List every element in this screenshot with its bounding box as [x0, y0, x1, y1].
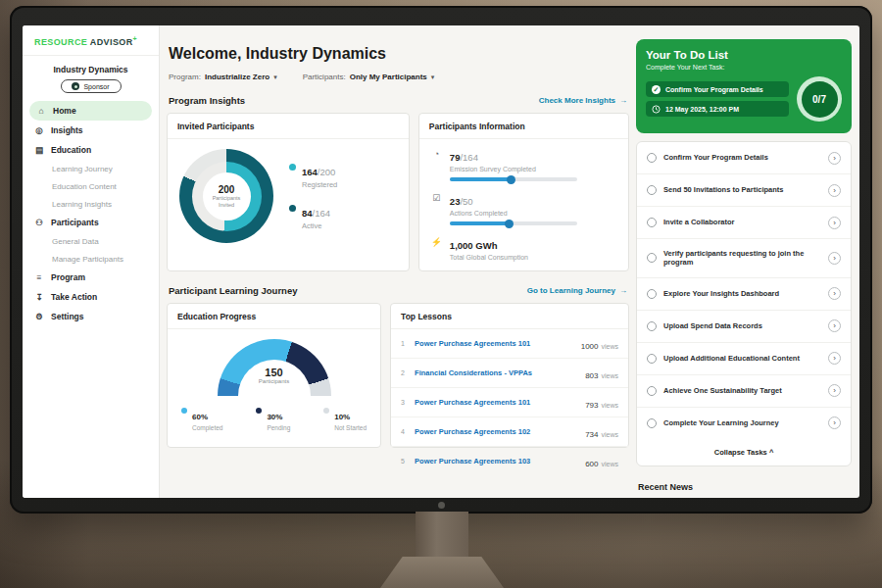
chevron-right-icon[interactable]: › — [828, 152, 841, 165]
todo-item-explore-insights[interactable]: Explore Your Insights Dashboard › — [637, 278, 851, 311]
next-task-time-pill: 12 May 2025, 12:00 PM — [646, 101, 789, 117]
arrow-right-icon: → — [619, 286, 627, 295]
lesson-views: 600 — [585, 460, 598, 468]
sidebar-item-label: Learning Journey — [52, 165, 113, 173]
todo-item-upload-educational-content[interactable]: Upload Additional Educational Content › — [637, 343, 851, 375]
donut-center-value: 200 — [219, 184, 235, 195]
gauge-center-label: Participants — [238, 378, 311, 384]
sidebar-item-general-data[interactable]: General Data — [23, 232, 159, 250]
sidebar-item-label: Take Action — [51, 292, 97, 302]
sidebar-item-education-content[interactable]: Education Content — [23, 177, 159, 195]
lesson-row: 4 Power Purchase Agreements 102 734views — [391, 417, 628, 447]
todo-item-label: Complete Your Learning Journey — [663, 418, 821, 428]
sponsor-badge[interactable]: Sponsor — [61, 79, 122, 93]
chevron-right-icon[interactable]: › — [828, 384, 841, 397]
sidebar-item-learning-journey[interactable]: Learning Journey — [23, 160, 159, 177]
chevron-right-icon[interactable]: › — [828, 184, 841, 197]
sidebar-item-label: Manage Participants — [52, 255, 123, 264]
legend-item-not-started: 10% Not Started — [323, 406, 367, 431]
stat-value: 1,000 GWh — [450, 240, 498, 251]
todo-item-send-invitations[interactable]: Send 50 Invitations to Participants › — [637, 174, 851, 207]
sidebar-item-program[interactable]: ≡ Program — [23, 268, 159, 287]
lesson-rank: 4 — [401, 428, 408, 435]
collapse-tasks-button[interactable]: Collapse Tasks ^ — [637, 439, 851, 466]
go-to-learning-journey-link[interactable]: Go to Learning Journey → — [527, 286, 627, 295]
checkbox-circle[interactable] — [647, 253, 657, 263]
section-title: Participant Learning Journey — [169, 285, 297, 296]
sidebar-item-settings[interactable]: ⚙ Settings — [23, 307, 159, 326]
stat-total: /164 — [460, 152, 478, 163]
checkbox-circle[interactable] — [647, 289, 657, 299]
checkbox-circle[interactable] — [647, 321, 657, 331]
legend-label: Registered — [302, 180, 337, 189]
recent-news-section: Recent News — [636, 476, 852, 499]
monitor-power-led — [438, 502, 445, 509]
program-select[interactable]: Program: Industrialize Zero ▾ — [169, 73, 277, 81]
todo-item-invite-collaborator[interactable]: Invite a Collaborator › — [637, 207, 851, 239]
legend-dot — [289, 205, 296, 212]
lesson-link[interactable]: Power Purchase Agreements 101 — [415, 339, 574, 348]
program-insights-header: Program Insights Check More Insights → — [169, 95, 627, 106]
main-content: Welcome, Industry Dynamics Program: Indu… — [161, 25, 637, 498]
page-title: Welcome, Industry Dynamics — [169, 45, 629, 63]
todo-item-label: Achieve One Sustainability Target — [663, 386, 821, 396]
sidebar-item-label: Participants — [51, 218, 99, 227]
participants-select[interactable]: Participants: Only My Participants ▾ — [303, 73, 435, 81]
sidebar-item-manage-participants[interactable]: Manage Participants — [23, 250, 159, 268]
lesson-link[interactable]: Power Purchase Agreements 103 — [415, 457, 578, 466]
emission-progress-bar — [450, 177, 577, 181]
chevron-right-icon[interactable]: › — [828, 252, 841, 265]
checkbox-circle[interactable] — [647, 418, 657, 428]
actions-progress-bar — [450, 221, 577, 225]
sidebar-item-learning-insights[interactable]: Learning Insights — [23, 195, 159, 213]
sidebar-item-label: Learning Insights — [52, 200, 112, 209]
lesson-link[interactable]: Power Purchase Agreements 101 — [415, 398, 578, 407]
views-word: views — [601, 461, 618, 467]
chevron-right-icon[interactable]: › — [828, 416, 841, 429]
sidebar-item-insights[interactable]: ◎ Insights — [23, 121, 159, 140]
chevron-right-icon[interactable]: › — [828, 287, 841, 300]
chevron-right-icon[interactable]: › — [828, 217, 841, 229]
sidebar-item-participants[interactable]: ⚇ Participants — [23, 213, 159, 232]
checkbox-circle[interactable] — [647, 153, 657, 163]
lesson-link[interactable]: Power Purchase Agreements 102 — [415, 427, 578, 436]
top-lessons-card: Top Lessons 1 Power Purchase Agreements … — [390, 303, 629, 448]
chevron-right-icon[interactable]: › — [828, 319, 841, 332]
program-select-label: Program: — [169, 73, 201, 81]
todo-item-verify-participants[interactable]: Verify participants requesting to join t… — [637, 239, 851, 278]
next-task-label: Confirm Your Program Details — [665, 86, 763, 93]
check-more-insights-link[interactable]: Check More Insights → — [539, 96, 627, 105]
views-word: views — [601, 402, 618, 409]
todo-title: Your To Do List — [646, 49, 842, 61]
sidebar-item-take-action[interactable]: ↧ Take Action — [23, 287, 159, 307]
todo-summary-card: Your To Do List Complete Your Next Task:… — [636, 39, 852, 133]
settings-icon: ⚙ — [34, 312, 44, 321]
lesson-link[interactable]: Financial Considerations - VPPAs — [415, 368, 578, 377]
lesson-views: 734 — [585, 430, 598, 439]
todo-item-achieve-target[interactable]: Achieve One Sustainability Target › — [637, 375, 851, 408]
todo-item-label: Upload Additional Educational Content — [663, 354, 821, 364]
next-task-pill[interactable]: ✓ Confirm Your Program Details — [646, 81, 789, 97]
todo-list-card: Confirm Your Program Details › Send 50 I… — [636, 141, 852, 466]
sidebar-item-education[interactable]: ▤ Education — [23, 140, 159, 160]
checkbox-circle[interactable] — [647, 218, 657, 227]
checkbox-circle[interactable] — [647, 386, 657, 396]
todo-item-complete-learning-journey[interactable]: Complete Your Learning Journey › — [637, 408, 851, 439]
sidebar-item-home[interactable]: ⌂ Home — [29, 101, 152, 121]
program-select-value: Industrialize Zero — [205, 73, 270, 81]
logo-plus: + — [133, 35, 138, 42]
card-title: Education Progress — [168, 304, 380, 329]
sidebar-item-label: Settings — [51, 312, 84, 321]
lesson-row: 1 Power Purchase Agreements 101 1000view… — [391, 329, 628, 359]
todo-item-confirm-program[interactable]: Confirm Your Program Details › — [637, 142, 851, 174]
lesson-views: 793 — [585, 401, 598, 410]
chevron-right-icon[interactable]: › — [828, 352, 841, 365]
checkbox-circle[interactable] — [647, 354, 657, 364]
checklist-icon: ☑ — [431, 191, 442, 225]
stat-total: /50 — [460, 196, 472, 207]
legend-label: Not Started — [334, 424, 367, 431]
checkbox-circle[interactable] — [647, 185, 657, 195]
todo-item-upload-spend-data[interactable]: Upload Spend Data Records › — [637, 311, 851, 343]
section-title: Program Insights — [169, 95, 245, 106]
legend-item-completed: 60% Completed — [181, 406, 222, 431]
